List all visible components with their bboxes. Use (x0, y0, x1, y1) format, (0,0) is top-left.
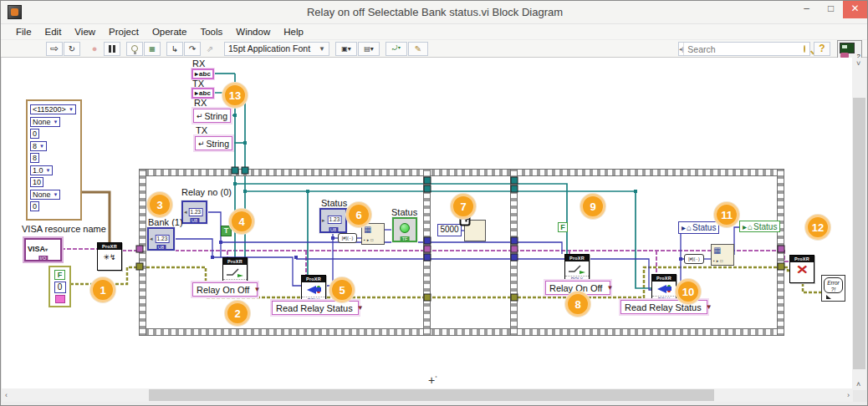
cleanup-diagram-button[interactable]: ✎ (408, 42, 428, 56)
status-local-variable-boolean[interactable]: ▸⌂Status (739, 221, 780, 232)
numeric-item[interactable]: 10 (30, 177, 43, 187)
menu-view[interactable]: View (68, 24, 102, 39)
callout-badge-5: 5 (329, 277, 355, 302)
scroll-down-arrow[interactable]: ˄ (856, 380, 860, 388)
rx-string-local-variable[interactable]: ↵String (193, 109, 231, 123)
retain-wire-values-button[interactable]: ▦ (144, 42, 161, 56)
false-constant[interactable]: F (558, 222, 568, 232)
distribute-objects-button[interactable]: ▤▾ (358, 42, 380, 56)
run-button[interactable]: ⇨ (46, 42, 63, 56)
visa-io-tag: I/O (38, 256, 48, 261)
stop-bits-dropdown[interactable]: 1.0▼ (30, 165, 53, 175)
relay-on-off-selector-1[interactable]: Relay On Off▼ (192, 282, 258, 297)
flow-control-dropdown[interactable]: None▼ (30, 190, 60, 200)
numeric-item[interactable]: 8 (30, 153, 39, 163)
menu-project[interactable]: Project (102, 24, 146, 39)
context-help-button[interactable]: ? (814, 42, 830, 56)
proxr-read-status-subvi-2[interactable]: ProXR POLY (651, 274, 677, 302)
run-continuous-button[interactable]: ↻ (64, 42, 80, 56)
window-bottom-edge (1, 402, 868, 405)
visa-text: VISA (28, 245, 45, 253)
parity-dropdown[interactable]: None▼ (30, 117, 60, 127)
minimize-button[interactable]: – (794, 1, 819, 18)
pause-button[interactable] (104, 42, 120, 56)
menu-window[interactable]: Window (229, 24, 277, 39)
callout-badge-12: 12 (805, 215, 830, 240)
scroll-up-arrow[interactable]: ˅ (856, 59, 860, 68)
align-objects-button[interactable]: ▣▾ (335, 42, 357, 56)
maximize-button[interactable]: □ (819, 1, 843, 18)
sequence-frame-right (777, 169, 784, 336)
read-arrow-icon (657, 285, 666, 293)
abc-label: abc (199, 70, 211, 78)
proxr-close-subvi[interactable]: ProXR ✕ (789, 255, 814, 283)
number-to-boolean-array-node-2[interactable]: [#](··) (684, 254, 704, 264)
vertical-scrollbar[interactable]: ˅ ˄ (852, 58, 866, 390)
visa-resource-control[interactable]: VISA▾ I/O (24, 238, 62, 261)
bank-control[interactable]: ◂ 1.23 U8 (147, 227, 175, 251)
proxr-read-status-subvi-1[interactable]: ProXR POLY (301, 275, 326, 303)
scroll-left-arrow[interactable]: ‹ (5, 391, 8, 399)
sequence-frame-left (139, 169, 146, 336)
horizontal-scrollbar[interactable]: ‹ › (2, 388, 853, 402)
read-relay-status-selector-1[interactable]: Read Relay Status▼ (272, 301, 359, 315)
search-input[interactable] (684, 44, 804, 54)
callout-badge-1: 1 (90, 277, 115, 302)
error-in-cluster[interactable]: F 0 (49, 266, 71, 307)
callout-badge-8: 8 (565, 292, 590, 317)
node-header: ProXR (790, 256, 814, 262)
status-local-variable-numeric[interactable]: ▸⌂Status (678, 221, 719, 234)
menu-tools[interactable]: Tools (193, 24, 229, 39)
array-grid-icon: ▦ (364, 226, 382, 233)
serial-config-cluster[interactable]: <115200>▼ None▼ 0 8▼ 8 1.0▼ 10 None▼ 0 (26, 99, 82, 221)
numeric-item[interactable]: 0 (30, 129, 39, 139)
sequence-frame-divider-2 (510, 169, 518, 336)
step-out-button[interactable]: ⇗ (202, 42, 218, 56)
callout-badge-9: 9 (580, 194, 605, 219)
relay-no-control[interactable]: ◂ 1.23 U8 (181, 200, 207, 224)
relay-switch-icon (567, 263, 587, 275)
sequence-frame-bottom (139, 328, 784, 336)
u8-type-tag: U8 (156, 245, 166, 250)
terminal-arrow-icon: ▸ (195, 70, 198, 78)
resize-objects-button[interactable]: ⤾▾ (385, 42, 407, 56)
numeric-icon: 1.23 (189, 208, 203, 216)
proxr-init-subvi[interactable]: ProXR ✳↯ (97, 242, 122, 271)
menu-help[interactable]: Help (277, 24, 310, 39)
highlight-execution-button[interactable] (126, 42, 143, 56)
tx-string-local-variable[interactable]: ↵String (195, 136, 232, 150)
status-boolean-indicator[interactable]: TF (392, 217, 417, 242)
scroll-right-arrow[interactable]: › (847, 391, 850, 399)
abort-button[interactable]: ● (86, 42, 103, 56)
menu-file[interactable]: File (9, 24, 38, 39)
wait-ms-node[interactable] (464, 220, 486, 241)
font-selector[interactable]: 15pt Application Font ▼ (224, 42, 329, 56)
step-into-button[interactable]: ↳ (166, 42, 183, 56)
menu-operate[interactable]: Operate (146, 24, 194, 39)
node-header: ProXR (98, 243, 121, 250)
terminal-arrow-icon: ◂ (150, 236, 153, 242)
string-local-label: String (207, 139, 229, 149)
proxr-relay-on-off-subvi-2[interactable]: ProXR POLY (564, 254, 590, 282)
data-bits-dropdown[interactable]: 8▼ (30, 141, 47, 151)
search-box[interactable]: ◂| (678, 42, 810, 56)
menu-edit[interactable]: Edit (38, 24, 69, 39)
index-array-node-2[interactable]: ▦ ▪▸□ (711, 244, 734, 266)
vertical-scroll-thumb[interactable] (853, 98, 865, 369)
close-button[interactable]: ✕ (843, 1, 867, 18)
simple-error-handler-node[interactable]: Error ?! (821, 275, 845, 302)
numeric-item[interactable]: 0 (30, 201, 39, 211)
bank-label: Bank (1) (148, 217, 183, 227)
step-over-button[interactable]: ↷ (184, 42, 201, 56)
status-numeric-indicator[interactable]: ▸ 1.23 U8 (319, 208, 347, 233)
callout-badge-13: 13 (222, 83, 248, 108)
step-out-icon: ⇗ (207, 44, 213, 53)
number-to-boolean-array-node[interactable]: [#](··) (338, 233, 357, 243)
horizontal-scroll-thumb[interactable] (149, 389, 714, 401)
block-diagram-canvas[interactable]: RX ▸abc TX ▸abc RX ↵String TX ↵String <1… (2, 58, 853, 390)
font-selector-label: 15pt Application Font (228, 43, 310, 53)
proxr-relay-on-off-subvi-1[interactable]: ProXR POLY (222, 257, 248, 286)
index-array-node[interactable]: ▦ ▪▸□ (361, 223, 385, 245)
baud-rate-dropdown[interactable]: <115200>▼ (30, 104, 76, 114)
wait-ms-constant[interactable]: 5000 (437, 224, 462, 236)
